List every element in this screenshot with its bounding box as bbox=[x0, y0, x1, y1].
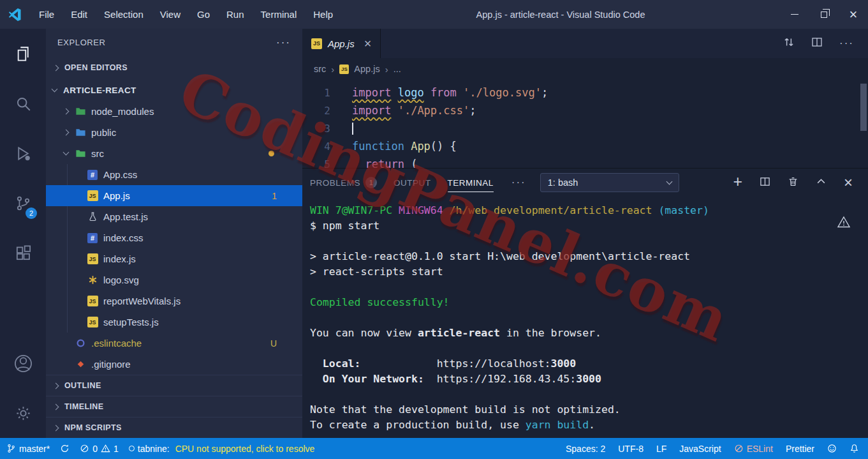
folder-public-icon bbox=[75, 127, 86, 139]
activity-bar: 2 bbox=[0, 29, 46, 438]
tree-item-app-css[interactable]: App.css bbox=[46, 164, 302, 185]
tabnine-label: tabnine: bbox=[138, 444, 170, 454]
tree-item-app-test-js[interactable]: App.test.js bbox=[46, 206, 302, 227]
eol-indicator[interactable]: LF bbox=[656, 444, 666, 454]
menu-selection[interactable]: Selection bbox=[96, 0, 152, 29]
code-editor[interactable]: 1import logo from './logo.svg';2import '… bbox=[302, 80, 868, 168]
encoding-indicator[interactable]: UTF-8 bbox=[618, 444, 644, 454]
tabnine-message[interactable]: CPU not supported, click to resolve bbox=[175, 444, 315, 454]
close-tab-icon[interactable] bbox=[364, 36, 372, 51]
explorer-more-actions-icon[interactable]: ··· bbox=[276, 36, 291, 49]
chevron-right-icon bbox=[63, 109, 70, 115]
prettier-status[interactable]: Prettier bbox=[786, 444, 814, 454]
code-text: return ( bbox=[352, 158, 417, 168]
code-line[interactable]: 3 bbox=[302, 119, 868, 137]
tab-app-js[interactable]: App.js bbox=[302, 29, 381, 58]
panel-tab-output[interactable]: OUTPUT bbox=[394, 169, 431, 197]
vscode-window: FileEditSelectionViewGoRunTerminalHelp A… bbox=[0, 0, 868, 459]
breadcrumb-symbol[interactable]: ... bbox=[394, 64, 401, 74]
editor-scrollbar[interactable] bbox=[860, 84, 867, 131]
activity-source-control-button[interactable]: 2 bbox=[0, 178, 46, 228]
menu-view[interactable]: View bbox=[152, 0, 189, 29]
title-bar: FileEditSelectionViewGoRunTerminalHelp A… bbox=[0, 0, 868, 29]
warning-icon[interactable] bbox=[836, 214, 851, 230]
tree-item-reportwebvitals-js[interactable]: reportWebVitals.js bbox=[46, 290, 302, 312]
menu-edit[interactable]: Edit bbox=[63, 0, 96, 29]
minimize-button[interactable] bbox=[780, 0, 809, 29]
restore-button[interactable] bbox=[809, 0, 839, 29]
close-button[interactable] bbox=[839, 0, 868, 29]
feedback-icon[interactable] bbox=[827, 444, 837, 453]
panel-tab-terminal[interactable]: TERMINAL bbox=[448, 169, 494, 197]
problems-indicator[interactable]: 0 1 bbox=[80, 444, 119, 454]
settings-gear-button[interactable] bbox=[0, 388, 46, 438]
open-editors-header[interactable]: OPEN EDITORS bbox=[46, 57, 302, 80]
root-folder-header[interactable]: ARTICLE-REACT bbox=[46, 79, 302, 101]
new-terminal-icon[interactable] bbox=[733, 176, 742, 190]
panel-header: PROBLEMS1OUTPUTTERMINAL ··· 1: bash bbox=[302, 169, 868, 197]
section-label: OUTLINE bbox=[64, 381, 101, 390]
menu-terminal[interactable]: Terminal bbox=[253, 0, 305, 29]
panel-tab-problems[interactable]: PROBLEMS1 bbox=[310, 169, 377, 197]
editor-area: App.js ··· src › App.js › bbox=[302, 29, 868, 438]
tabnine-status[interactable]: tabnine: CPU not supported, click to res… bbox=[129, 444, 314, 454]
code-text: import logo from './logo.svg'; bbox=[352, 86, 548, 99]
maximize-panel-icon[interactable] bbox=[816, 176, 827, 190]
tree-item-index-css[interactable]: index.css bbox=[46, 227, 302, 248]
tree-item-gitignore[interactable]: .gitignore bbox=[46, 354, 302, 375]
terminal-line: > react-scripts start bbox=[310, 264, 868, 280]
activity-search-button[interactable] bbox=[0, 79, 46, 128]
language-indicator[interactable]: JavaScript bbox=[679, 444, 721, 454]
js-icon bbox=[87, 190, 98, 202]
activity-run-debug-button[interactable] bbox=[0, 128, 46, 178]
chevron-right-icon bbox=[63, 130, 70, 136]
root-folder-label: ARTICLE-REACT bbox=[63, 86, 136, 95]
section-outline[interactable]: OUTLINE bbox=[46, 375, 302, 396]
terminal-shell-select[interactable]: 1: bash bbox=[540, 173, 679, 192]
chevron-right-icon bbox=[53, 403, 59, 410]
breadcrumb-folder[interactable]: src bbox=[314, 64, 326, 74]
account-button[interactable] bbox=[0, 338, 46, 388]
file-tree: node_modulespublicsrcApp.cssApp.js1App.t… bbox=[46, 101, 302, 375]
code-line[interactable]: 1import logo from './logo.svg'; bbox=[302, 84, 868, 102]
menu-run[interactable]: Run bbox=[218, 0, 253, 29]
notifications-bell-icon[interactable] bbox=[850, 444, 859, 453]
kill-terminal-icon[interactable] bbox=[788, 176, 798, 190]
code-line[interactable]: 2import './App.css'; bbox=[302, 102, 868, 119]
tree-item-index-js[interactable]: index.js bbox=[46, 248, 302, 269]
split-terminal-icon[interactable] bbox=[760, 176, 770, 190]
activity-explorer-button[interactable] bbox=[0, 29, 46, 79]
code-line[interactable]: 5 return ( bbox=[302, 155, 868, 168]
terminal-line: $ npm start bbox=[310, 218, 868, 234]
tree-item-node-modules[interactable]: node_modules bbox=[46, 101, 302, 122]
activity-extensions-button[interactable] bbox=[0, 228, 46, 278]
menu-file[interactable]: File bbox=[31, 0, 63, 29]
tree-item-src[interactable]: src bbox=[46, 143, 302, 164]
window-controls bbox=[780, 0, 868, 29]
vscode-logo-icon[interactable] bbox=[0, 8, 31, 22]
menu-help[interactable]: Help bbox=[305, 0, 341, 29]
branch-indicator[interactable]: master* bbox=[6, 444, 50, 454]
eslint-icon bbox=[75, 338, 86, 349]
terminal-area[interactable]: WIN 7@WIN7-PC MINGW64 /h/web development… bbox=[302, 197, 868, 438]
eslint-status[interactable]: ESLint bbox=[734, 444, 773, 454]
tree-item-public[interactable]: public bbox=[46, 122, 302, 143]
tree-item-logo-svg[interactable]: logo.svg bbox=[46, 269, 302, 290]
breadcrumb-file[interactable]: App.js bbox=[354, 64, 379, 74]
compare-changes-icon[interactable] bbox=[783, 36, 795, 50]
tree-item-eslintcache[interactable]: .eslintcacheU bbox=[46, 333, 302, 354]
tree-item-app-js[interactable]: App.js1 bbox=[46, 185, 302, 206]
panel-more-actions-icon[interactable]: ··· bbox=[511, 176, 526, 189]
more-actions-icon[interactable]: ··· bbox=[839, 37, 854, 50]
terminal-line: Note that the development build is not o… bbox=[310, 402, 868, 418]
section-timeline[interactable]: TIMELINE bbox=[46, 396, 302, 417]
indent-indicator[interactable]: Spaces: 2 bbox=[566, 444, 605, 454]
file-badge: 1 bbox=[272, 191, 277, 201]
section-npm-scripts[interactable]: NPM SCRIPTS bbox=[46, 417, 302, 438]
sync-button[interactable] bbox=[60, 444, 70, 453]
menu-go[interactable]: Go bbox=[189, 0, 218, 29]
code-line[interactable]: 4function App() { bbox=[302, 137, 868, 155]
close-panel-icon[interactable] bbox=[844, 174, 853, 192]
tree-item-setuptests-js[interactable]: setupTests.js bbox=[46, 312, 302, 333]
split-editor-icon[interactable] bbox=[811, 36, 823, 50]
